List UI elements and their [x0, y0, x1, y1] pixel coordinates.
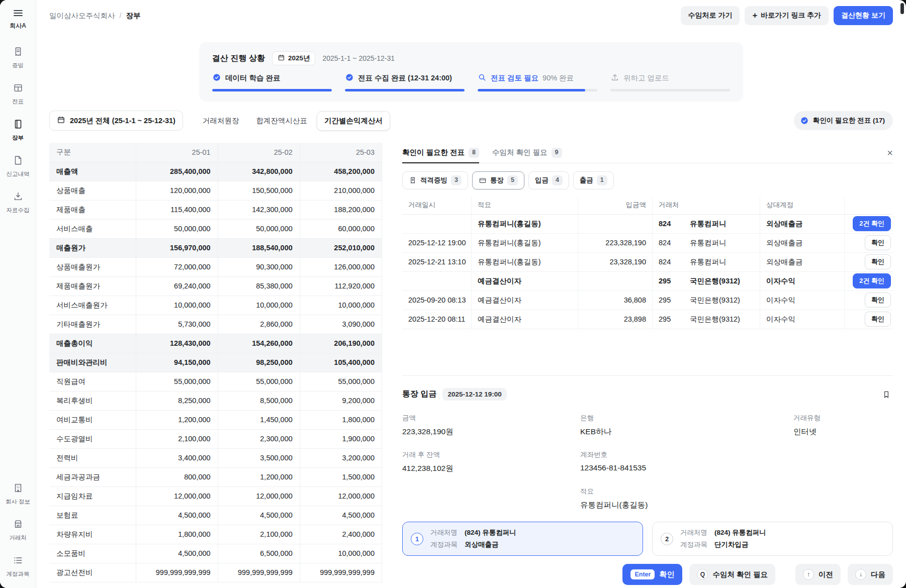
company-switcher-label[interactable]: 회사A — [10, 22, 26, 30]
topbar: 일이삼사오주식회사 / 장부 수임처로 가기 + 바로가기 링크 추가 결산현황… — [36, 0, 906, 31]
bank-card-icon — [479, 176, 487, 184]
pl-row[interactable]: 지급임차료 12,000,000 12,000,000 12,000,000 — [49, 486, 382, 506]
year-selector-chip[interactable]: 2025년 — [272, 51, 316, 65]
breadcrumb-company[interactable]: 일이삼사오주식회사 — [49, 11, 115, 21]
pl-row[interactable]: 매출액 285,400,000 342,800,000 458,200,000 — [49, 162, 382, 181]
client-check-button[interactable]: Q 수임처 확인 필요 — [689, 564, 775, 585]
ledger-view-tabs: 거래처원장 합계잔액시산표 기간별손익계산서 — [195, 111, 390, 131]
tx-partner-code: 824 — [653, 215, 684, 233]
suggestion-card-1[interactable]: 1 거래처명 (824) 유통컴퍼니 계정과목 외상매출금 — [402, 522, 643, 556]
field-value: 123456-81-841535 — [580, 463, 781, 472]
pl-row[interactable]: 복리후생비 8,250,000 8,500,000 9,200,000 — [49, 391, 382, 410]
sidebar-item-evidence[interactable]: 증빙 — [2, 43, 34, 72]
pl-row[interactable]: 소모품비 4,500,000 6,500,000 10,000,000 — [49, 544, 382, 563]
pl-row[interactable]: 수도광열비 2,100,000 2,300,000 1,900,000 — [49, 429, 382, 448]
close-icon[interactable]: × — [887, 148, 893, 158]
pl-row[interactable]: 상품매출원가 72,000,000 90,300,000 126,000,000 — [49, 257, 382, 276]
next-button[interactable]: ↓ 다음 — [848, 564, 893, 585]
confirm-button[interactable]: 확인 — [865, 254, 891, 269]
pl-row[interactable]: 여비교통비 1,200,000 1,450,000 1,800,000 — [49, 410, 382, 429]
confirm-button[interactable]: 확인 — [865, 312, 891, 327]
vouchers-need-review-pill[interactable]: 확인이 필요한 전표 (17) — [794, 111, 893, 130]
transactions-header-row: 거래일시 적요 입금액 거래처 상대계정 — [402, 197, 893, 215]
tab-trial-balance[interactable]: 합계잔액시산표 — [248, 111, 315, 131]
sidebar-item-company-info[interactable]: 회사 정보 — [2, 479, 34, 509]
matching-suggestions: 1 거래처명 (824) 유통컴퍼니 계정과목 외상매출금 — [402, 522, 893, 556]
check-circle-icon — [345, 73, 354, 83]
transaction-row[interactable]: 2025-12-12 19:00 유통컴퍼니(홍길동) 223,328,190 … — [402, 234, 893, 253]
confirm-button[interactable]: 확인 — [865, 235, 891, 250]
income-statement-table-wrap: 구분 25-01 25-02 25-03 매출액 285,400,000 342… — [49, 143, 382, 588]
pl-row[interactable]: 직원급여 55,000,000 55,000,000 55,000,000 — [49, 372, 382, 391]
suggestion-card-2[interactable]: 2 거래처명 (824) 유통컴퍼니 계정과목 단기차입금 — [652, 522, 893, 556]
income-statement-table: 구분 25-01 25-02 25-03 매출액 285,400,000 342… — [49, 143, 382, 582]
confirm-enter-button[interactable]: Enter 확인 — [622, 564, 682, 585]
breadcrumb-separator: / — [120, 12, 122, 20]
previous-button[interactable]: ↑ 이전 — [795, 564, 841, 585]
pl-value-month-3: 60,000,000 — [300, 219, 382, 238]
pl-row[interactable]: 매출원가 156,970,000 188,540,000 252,010,000 — [49, 238, 382, 257]
confirm-button[interactable]: 2건 확인 — [853, 216, 891, 231]
filter-chip-bankbook[interactable]: 통장 5 — [472, 171, 524, 189]
pl-row[interactable]: 광고선전비 999,999,999,999 999,999,999,999 99… — [49, 563, 382, 582]
sidebar-item-collect[interactable]: 자료수집 — [2, 188, 34, 217]
transaction-row[interactable]: 2025-12-21 13:10 유통컴퍼니(홍길동) 23,328,190 8… — [402, 253, 893, 272]
tx-amount: 23,898 — [578, 310, 653, 329]
transaction-row[interactable]: 2025-12-20 08:11 예금결산이자 23,898 295 국민은행(… — [402, 310, 893, 329]
transaction-row[interactable]: 예금결산이자 295 국민은행(9312) 이자수익 2건 확인 — [402, 272, 893, 291]
tx-col-amount: 입금액 — [578, 197, 653, 214]
vertical-scrollbar-thumb[interactable] — [900, 3, 904, 14]
sidebar-item-reports[interactable]: 신고내역 — [2, 152, 34, 181]
suggestion-partner-value: (824) 유통컴퍼니 — [714, 528, 766, 537]
pl-row[interactable]: 제품매출 115,400,000 142,300,000 188,200,000 — [49, 200, 382, 219]
sidebar-item-vouchers[interactable]: 전표 — [2, 79, 34, 109]
sidebar-item-ledger[interactable]: 장부 — [2, 116, 34, 145]
pl-row[interactable]: 제품매출원가 69,240,000 85,380,000 112,920,000 — [49, 276, 382, 296]
pl-row[interactable]: 보험료 4,500,000 4,500,000 4,500,000 — [49, 506, 382, 525]
bookmark-icon[interactable] — [882, 390, 893, 399]
hamburger-icon[interactable] — [12, 7, 24, 19]
sidebar-item-accounts[interactable]: 계정과목 — [2, 552, 34, 581]
pl-row[interactable]: 상품매출 120,000,000 150,500,000 210,000,000 — [49, 181, 382, 200]
pl-value-month-1: 55,000,000 — [136, 372, 218, 391]
sidebar-item-label: 전표 — [12, 98, 24, 106]
pl-row[interactable]: 판매비와관리비 94,150,000 98,250,000 105,400,00… — [49, 353, 382, 372]
pl-row[interactable]: 세금과공과금 800,000 1,200,000 1,500,000 — [49, 467, 382, 486]
tx-counter-account: 이자수익 — [760, 291, 845, 310]
pl-value-month-2: 150,500,000 — [218, 181, 300, 200]
sidebar-item-label: 신고내역 — [7, 170, 30, 178]
pl-row[interactable]: 서비스매출원가 10,000,000 10,000,000 10,000,000 — [49, 296, 382, 315]
transaction-row[interactable]: 2025-09-20 08:13 예금결산이자 36,808 295 국민은행(… — [402, 291, 893, 310]
confirm-button[interactable]: 확인 — [865, 292, 891, 308]
pl-row[interactable]: 전력비 3,400,000 3,500,000 3,200,000 — [49, 448, 382, 467]
tab-period-income-statement[interactable]: 기간별손익계산서 — [317, 111, 390, 131]
transaction-row[interactable]: 유통컴퍼니(홍길동) 824 유통컴퍼니 외상매출금 2건 확인 — [402, 215, 893, 234]
pl-row[interactable]: 서비스매출 50,000,000 50,000,000 60,000,000 — [49, 219, 382, 238]
go-client-button[interactable]: 수임처로 가기 — [681, 6, 740, 25]
pl-value-month-1: 999,999,999,999 — [136, 563, 218, 582]
filter-chip-deposit[interactable]: 입금 4 — [528, 171, 569, 189]
period-selector[interactable]: 2025년 전체 (25-1-1 ~ 25-12-31) — [49, 111, 183, 131]
pl-row[interactable]: 차량유지비 1,800,000 2,100,000 2,400,000 — [49, 525, 382, 544]
pl-row-label: 보험료 — [49, 506, 136, 525]
tx-amount — [578, 215, 653, 233]
tab-partner-ledger[interactable]: 거래처원장 — [195, 111, 247, 131]
confirm-button[interactable]: 2건 확인 — [853, 273, 891, 288]
pl-row[interactable]: 기타매출원가 5,730,000 2,860,000 3,090,000 — [49, 315, 382, 334]
tx-memo: 유통컴퍼니(홍길동) — [472, 234, 578, 252]
next-label: 다음 — [871, 570, 885, 579]
previous-label: 이전 — [819, 570, 833, 579]
filter-chip-qualified-evidence[interactable]: 적격증빙 3 — [402, 171, 468, 189]
view-closing-status-button[interactable]: 결산현황 보기 — [834, 6, 893, 25]
sidebar-item-partners[interactable]: 거래처 — [2, 516, 34, 545]
tx-col-memo: 적요 — [472, 197, 578, 214]
tx-partner-code: 824 — [653, 234, 684, 252]
pl-row[interactable]: 매출총이익 128,430,000 154,260,000 206,190,00… — [49, 334, 382, 353]
add-shortcut-button[interactable]: + 바로가기 링크 추가 — [745, 6, 829, 25]
tx-memo: 예금결산이자 — [472, 291, 578, 310]
tx-action-cell: 확인 — [845, 253, 893, 271]
tab-client-confirm-needed[interactable]: 수임처 확인 필요 9 — [492, 143, 562, 163]
tab-vouchers-need-confirm[interactable]: 확인이 필요한 전표 8 — [402, 143, 479, 163]
filter-chip-withdrawal[interactable]: 출금 1 — [573, 171, 614, 189]
review-panel-tabs: 확인이 필요한 전표 8 수임처 확인 필요 9 × — [402, 143, 893, 163]
